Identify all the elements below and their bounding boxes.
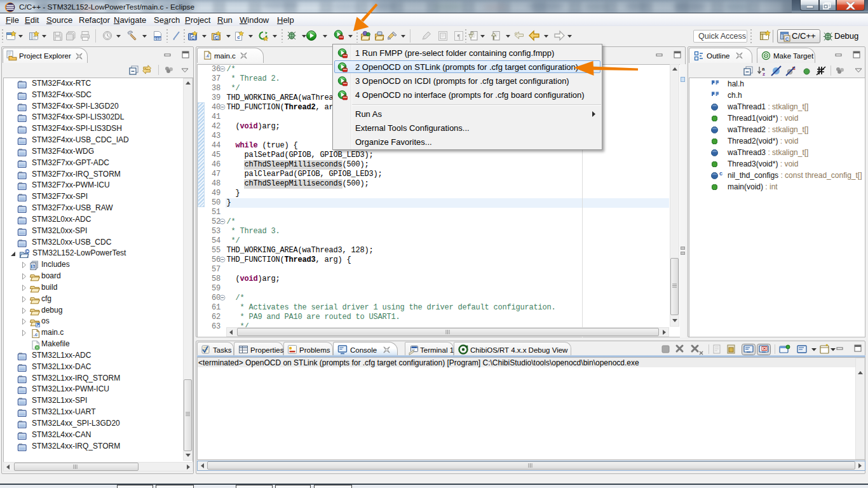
svg-text:¶: ¶ (458, 33, 461, 40)
svg-text:C: C (191, 35, 195, 41)
svg-text:C: C (215, 35, 219, 41)
svg-text:z: z (763, 71, 765, 76)
svg-text:C: C (785, 36, 789, 42)
svg-text:010: 010 (154, 37, 161, 41)
